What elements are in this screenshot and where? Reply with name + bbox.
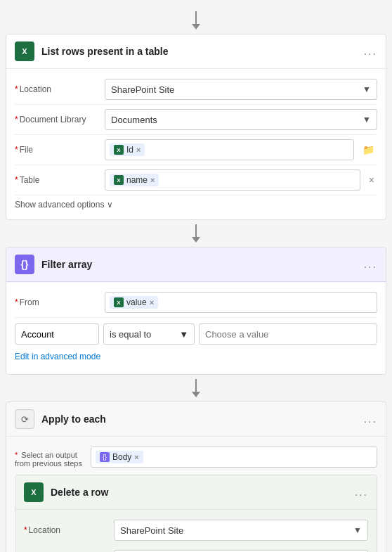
filter-array-icon: {} xyxy=(15,255,34,274)
apply-body-tag-text: Body xyxy=(112,452,131,462)
advanced-options-link[interactable]: Show advanced options ∨ xyxy=(15,195,377,211)
delete-location-row: *Location SharePoint Site ▼ xyxy=(24,515,368,546)
filter-array-card: {} Filter array ... *From X value × xyxy=(6,247,386,375)
file-folder-icon[interactable]: 📁 xyxy=(360,144,377,155)
filter-array-header: {} Filter array ... xyxy=(6,248,386,282)
list-rows-body: *Location SharePoint Site ▼ *Document Li… xyxy=(6,69,386,219)
file-tag-container[interactable]: X Id × xyxy=(105,139,354,160)
list-rows-card: X List rows present in a table ... *Loca… xyxy=(6,34,386,220)
list-rows-header: X List rows present in a table ... xyxy=(6,34,386,69)
apply-body-tag-container[interactable]: {} Body × xyxy=(91,447,377,468)
delete-doclibrary-row: *Document Library Documents ▼ xyxy=(24,546,368,552)
from-tag-close[interactable]: × xyxy=(150,298,154,307)
delete-location-arrow: ▼ xyxy=(353,525,362,535)
file-label: *File xyxy=(15,145,99,155)
table-tag-container[interactable]: X name × xyxy=(105,169,360,191)
location-dropdown-arrow: ▼ xyxy=(362,84,371,94)
delete-row-title: Delete a row xyxy=(51,487,348,498)
delete-location-control: SharePoint Site ▼ xyxy=(114,520,368,541)
delete-row-header: X Delete a row ... xyxy=(15,475,377,510)
from-label: *From xyxy=(15,297,99,307)
table-tag-excel-icon: X xyxy=(114,175,124,185)
filter-array-title: Filter array xyxy=(41,259,357,270)
file-tag-excel-icon: X xyxy=(114,145,124,155)
file-tag-close[interactable]: × xyxy=(136,146,141,154)
filter-op-dropdown[interactable]: is equal to ▼ xyxy=(103,323,195,345)
apply-each-menu[interactable]: ... xyxy=(364,413,377,425)
edit-advanced-link[interactable]: Edit in advanced mode xyxy=(15,350,377,366)
filter-right-input[interactable] xyxy=(199,323,377,345)
file-id-tag: X Id × xyxy=(110,143,145,156)
delete-row-excel-icon: X xyxy=(24,482,44,502)
filter-array-menu[interactable]: ... xyxy=(364,258,377,271)
filter-condition-row: is equal to ▼ xyxy=(15,318,377,350)
delete-location-value: SharePoint Site xyxy=(120,525,183,536)
from-tag-excel-icon: X xyxy=(114,297,124,307)
table-field-row: *Table X name × × xyxy=(15,165,377,195)
delete-row-body: *Location SharePoint Site ▼ *Document xyxy=(15,510,377,552)
doc-library-value: Documents xyxy=(111,115,157,125)
doc-library-field-row: *Document Library Documents ▼ xyxy=(15,105,377,135)
delete-location-label: *Location xyxy=(24,525,108,535)
apply-body-tag-close[interactable]: × xyxy=(134,453,138,461)
apply-each-header: ⟳ Apply to each ... xyxy=(6,402,386,437)
list-rows-excel-icon: X xyxy=(15,41,34,61)
file-field-row: *File X Id × 📁 xyxy=(15,135,377,165)
apply-each-title: Apply to each xyxy=(41,413,357,425)
apply-body-tag-icon: {} xyxy=(100,452,110,462)
file-tag-text: Id xyxy=(126,145,133,155)
apply-each-body: * Select an outputfrom previous steps {}… xyxy=(6,437,386,552)
doc-library-control: Documents ▼ xyxy=(105,109,377,130)
filter-array-body: *From X value × is equal to ▼ xyxy=(6,282,386,374)
delete-location-dropdown[interactable]: SharePoint Site ▼ xyxy=(114,520,368,541)
middle-arrow-2 xyxy=(192,375,200,402)
apply-each-card: ⟳ Apply to each ... * Select an outputfr… xyxy=(6,402,386,552)
location-dropdown[interactable]: SharePoint Site ▼ xyxy=(105,79,377,100)
advanced-options-label: Show advanced options xyxy=(15,200,104,210)
delete-row-menu[interactable]: ... xyxy=(355,486,368,499)
table-clear-icon[interactable]: × xyxy=(366,174,377,186)
advanced-options-chevron: ∨ xyxy=(107,200,113,210)
list-rows-title: List rows present in a table xyxy=(41,46,357,57)
filter-left-input[interactable] xyxy=(15,323,99,345)
location-label: *Location xyxy=(15,84,99,94)
from-field-row: *From X value × xyxy=(15,288,377,318)
apply-select-row: * Select an outputfrom previous steps {}… xyxy=(15,442,377,475)
location-value: SharePoint Site xyxy=(111,84,174,95)
from-value-tag: X value × xyxy=(110,296,158,309)
list-rows-menu[interactable]: ... xyxy=(364,45,377,58)
apply-each-icon: ⟳ xyxy=(15,409,34,429)
from-tag-text: value xyxy=(126,297,147,307)
delete-row-card: X Delete a row ... *Location SharePoint … xyxy=(15,475,377,552)
top-arrow-connector xyxy=(192,7,200,34)
table-tag-close[interactable]: × xyxy=(150,176,155,184)
middle-arrow-1 xyxy=(192,220,200,247)
from-tag-container[interactable]: X value × xyxy=(105,292,377,313)
filter-op-value: is equal to xyxy=(110,329,151,340)
doc-library-label: *Document Library xyxy=(15,115,99,124)
table-tag-text: name xyxy=(126,175,148,185)
doc-library-dropdown-arrow: ▼ xyxy=(362,115,371,124)
apply-select-label: * Select an outputfrom previous steps xyxy=(15,447,85,468)
doc-library-dropdown[interactable]: Documents ▼ xyxy=(105,109,377,130)
apply-body-tag: {} Body × xyxy=(96,451,143,463)
table-label: *Table xyxy=(15,175,99,185)
table-name-tag: X name × xyxy=(110,174,159,186)
filter-op-arrow: ▼ xyxy=(179,329,188,340)
location-control: SharePoint Site ▼ xyxy=(105,79,377,100)
location-field-row: *Location SharePoint Site ▼ xyxy=(15,75,377,105)
